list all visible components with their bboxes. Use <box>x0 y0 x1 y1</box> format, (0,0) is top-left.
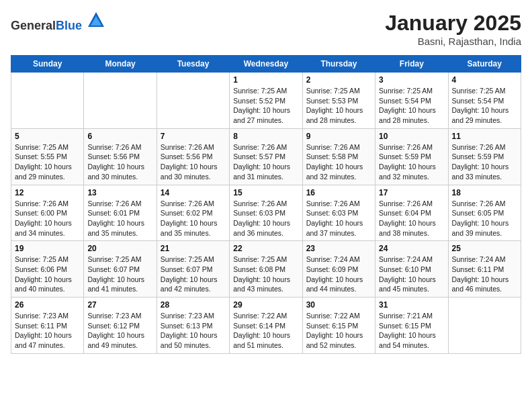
day-info: Sunrise: 7:26 AMSunset: 6:05 PMDaylight:… <box>452 199 517 238</box>
day-info: Sunrise: 7:22 AMSunset: 6:15 PMDaylight:… <box>306 311 371 351</box>
day-number: 31 <box>379 300 444 310</box>
calendar-cell: 5Sunrise: 7:25 AMSunset: 5:55 PMDaylight… <box>11 128 84 185</box>
location-subtitle: Basni, Rajasthan, India <box>385 36 521 47</box>
day-number: 5 <box>15 132 80 141</box>
day-info: Sunrise: 7:22 AMSunset: 6:14 PMDaylight:… <box>233 311 298 351</box>
logo: GeneralBlue <box>11 11 105 33</box>
day-info: Sunrise: 7:26 AMSunset: 6:04 PMDaylight:… <box>379 199 444 238</box>
title-block: January 2025 Basni, Rajasthan, India <box>385 11 521 47</box>
day-info: Sunrise: 7:25 AMSunset: 5:54 PMDaylight:… <box>379 86 444 126</box>
day-info: Sunrise: 7:23 AMSunset: 6:12 PMDaylight:… <box>87 311 152 351</box>
day-number: 10 <box>379 132 444 141</box>
calendar-day-header: Wednesday <box>230 56 302 73</box>
day-number: 25 <box>452 244 517 253</box>
day-info: Sunrise: 7:25 AMSunset: 5:52 PMDaylight:… <box>233 86 298 126</box>
day-info: Sunrise: 7:26 AMSunset: 5:59 PMDaylight:… <box>452 142 517 182</box>
logo-blue-text: Blue <box>56 19 82 32</box>
day-number: 24 <box>379 244 444 253</box>
calendar-cell: 8Sunrise: 7:26 AMSunset: 5:57 PMDaylight… <box>230 128 302 185</box>
calendar-cell: 16Sunrise: 7:26 AMSunset: 6:03 PMDayligh… <box>302 185 375 241</box>
calendar-cell: 10Sunrise: 7:26 AMSunset: 5:59 PMDayligh… <box>375 128 448 185</box>
day-info: Sunrise: 7:26 AMSunset: 6:03 PMDaylight:… <box>306 199 371 238</box>
day-info: Sunrise: 7:23 AMSunset: 6:13 PMDaylight:… <box>161 311 226 351</box>
calendar-cell: 18Sunrise: 7:26 AMSunset: 6:05 PMDayligh… <box>448 185 521 241</box>
day-info: Sunrise: 7:26 AMSunset: 5:56 PMDaylight:… <box>87 142 152 182</box>
calendar-cell: 3Sunrise: 7:25 AMSunset: 5:54 PMDaylight… <box>375 73 448 129</box>
day-info: Sunrise: 7:26 AMSunset: 5:59 PMDaylight:… <box>379 142 444 182</box>
calendar-cell: 20Sunrise: 7:25 AMSunset: 6:07 PMDayligh… <box>84 241 157 298</box>
month-title: January 2025 <box>385 11 521 36</box>
day-number: 30 <box>306 300 371 310</box>
calendar-cell: 14Sunrise: 7:26 AMSunset: 6:02 PMDayligh… <box>157 185 229 241</box>
calendar-week-row: 19Sunrise: 7:25 AMSunset: 6:06 PMDayligh… <box>11 241 521 298</box>
logo-icon <box>87 11 105 30</box>
day-info: Sunrise: 7:25 AMSunset: 5:55 PMDaylight:… <box>15 142 80 182</box>
calendar-cell: 12Sunrise: 7:26 AMSunset: 6:00 PMDayligh… <box>11 185 84 241</box>
day-number: 11 <box>452 132 517 141</box>
day-info: Sunrise: 7:21 AMSunset: 6:15 PMDaylight:… <box>379 311 444 351</box>
day-info: Sunrise: 7:25 AMSunset: 6:07 PMDaylight:… <box>161 255 226 294</box>
day-number: 2 <box>306 75 371 85</box>
day-info: Sunrise: 7:26 AMSunset: 5:56 PMDaylight:… <box>161 142 226 182</box>
calendar-day-header: Monday <box>84 56 157 73</box>
day-info: Sunrise: 7:26 AMSunset: 6:00 PMDaylight:… <box>15 199 80 238</box>
calendar-cell: 7Sunrise: 7:26 AMSunset: 5:56 PMDaylight… <box>157 128 229 185</box>
calendar-day-header: Friday <box>375 56 448 73</box>
day-number: 14 <box>161 188 226 197</box>
day-number: 19 <box>15 244 80 253</box>
calendar-day-header: Thursday <box>302 56 375 73</box>
day-info: Sunrise: 7:26 AMSunset: 6:03 PMDaylight:… <box>233 199 298 238</box>
day-number: 29 <box>233 300 298 310</box>
calendar-cell: 13Sunrise: 7:26 AMSunset: 6:01 PMDayligh… <box>84 185 157 241</box>
calendar-cell <box>84 73 157 129</box>
day-info: Sunrise: 7:25 AMSunset: 5:54 PMDaylight:… <box>452 86 517 126</box>
calendar-cell: 11Sunrise: 7:26 AMSunset: 5:59 PMDayligh… <box>448 128 521 185</box>
calendar-header-row: SundayMondayTuesdayWednesdayThursdayFrid… <box>11 56 521 73</box>
calendar-cell: 31Sunrise: 7:21 AMSunset: 6:15 PMDayligh… <box>375 298 448 354</box>
calendar-cell <box>157 73 229 129</box>
day-number: 15 <box>233 188 298 197</box>
calendar-cell: 21Sunrise: 7:25 AMSunset: 6:07 PMDayligh… <box>157 241 229 298</box>
calendar-cell <box>448 298 521 354</box>
calendar-day-header: Tuesday <box>157 56 229 73</box>
day-info: Sunrise: 7:25 AMSunset: 5:53 PMDaylight:… <box>306 86 371 126</box>
day-number: 3 <box>379 75 444 85</box>
calendar-day-header: Saturday <box>448 56 521 73</box>
day-info: Sunrise: 7:25 AMSunset: 6:08 PMDaylight:… <box>233 255 298 294</box>
calendar-cell: 27Sunrise: 7:23 AMSunset: 6:12 PMDayligh… <box>84 298 157 354</box>
page-header: GeneralBlue January 2025 Basni, Rajastha… <box>11 11 521 47</box>
calendar-cell: 24Sunrise: 7:24 AMSunset: 6:10 PMDayligh… <box>375 241 448 298</box>
day-number: 8 <box>233 132 298 141</box>
calendar-cell: 30Sunrise: 7:22 AMSunset: 6:15 PMDayligh… <box>302 298 375 354</box>
calendar-cell <box>11 73 84 129</box>
day-number: 21 <box>161 244 226 253</box>
calendar-cell: 26Sunrise: 7:23 AMSunset: 6:11 PMDayligh… <box>11 298 84 354</box>
day-number: 22 <box>233 244 298 253</box>
day-number: 7 <box>161 132 226 141</box>
calendar-cell: 23Sunrise: 7:24 AMSunset: 6:09 PMDayligh… <box>302 241 375 298</box>
day-number: 1 <box>233 75 298 85</box>
day-info: Sunrise: 7:26 AMSunset: 5:58 PMDaylight:… <box>306 142 371 182</box>
day-number: 13 <box>87 188 152 197</box>
day-number: 9 <box>306 132 371 141</box>
calendar-cell: 6Sunrise: 7:26 AMSunset: 5:56 PMDaylight… <box>84 128 157 185</box>
calendar-cell: 15Sunrise: 7:26 AMSunset: 6:03 PMDayligh… <box>230 185 302 241</box>
day-info: Sunrise: 7:25 AMSunset: 6:07 PMDaylight:… <box>87 255 152 294</box>
calendar-table: SundayMondayTuesdayWednesdayThursdayFrid… <box>11 55 521 354</box>
day-number: 26 <box>15 300 80 310</box>
day-number: 16 <box>306 188 371 197</box>
day-info: Sunrise: 7:26 AMSunset: 6:01 PMDaylight:… <box>87 199 152 238</box>
calendar-week-row: 1Sunrise: 7:25 AMSunset: 5:52 PMDaylight… <box>11 73 521 129</box>
calendar-cell: 9Sunrise: 7:26 AMSunset: 5:58 PMDaylight… <box>302 128 375 185</box>
day-number: 6 <box>87 132 152 141</box>
day-info: Sunrise: 7:24 AMSunset: 6:09 PMDaylight:… <box>306 255 371 294</box>
calendar-cell: 1Sunrise: 7:25 AMSunset: 5:52 PMDaylight… <box>230 73 302 129</box>
day-info: Sunrise: 7:25 AMSunset: 6:06 PMDaylight:… <box>15 255 80 294</box>
day-info: Sunrise: 7:23 AMSunset: 6:11 PMDaylight:… <box>15 311 80 351</box>
calendar-week-row: 26Sunrise: 7:23 AMSunset: 6:11 PMDayligh… <box>11 298 521 354</box>
day-info: Sunrise: 7:24 AMSunset: 6:11 PMDaylight:… <box>452 255 517 294</box>
calendar-cell: 28Sunrise: 7:23 AMSunset: 6:13 PMDayligh… <box>157 298 229 354</box>
day-number: 20 <box>87 244 152 253</box>
day-number: 18 <box>452 188 517 197</box>
calendar-cell: 22Sunrise: 7:25 AMSunset: 6:08 PMDayligh… <box>230 241 302 298</box>
